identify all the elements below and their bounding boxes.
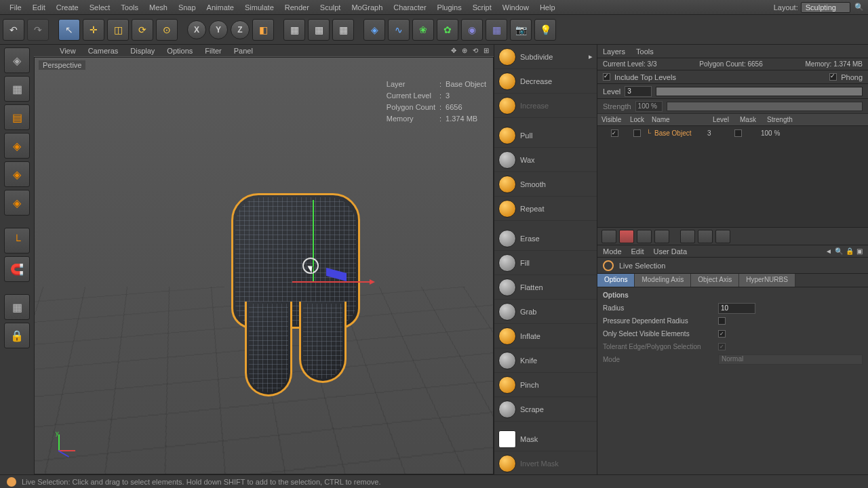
subtab-modeling-axis[interactable]: Modeling Axis — [635, 274, 691, 287]
sculpt-pull[interactable]: Pull — [494, 123, 597, 148]
rotate-tool[interactable]: ⟳ — [132, 19, 153, 41]
layer-action-6[interactable] — [698, 230, 713, 243]
menu-select[interactable]: Select — [84, 0, 116, 14]
model-mode[interactable]: ▦ — [4, 76, 30, 102]
attr-nav-up[interactable]: 🔍 — [835, 247, 843, 255]
undo-button[interactable]: ↶ — [3, 19, 24, 41]
menu-mograph[interactable]: MoGraph — [346, 0, 388, 14]
add-deformer[interactable]: ◉ — [461, 19, 483, 41]
menu-help[interactable]: Help — [534, 0, 561, 14]
y-axis-toggle[interactable]: Y — [209, 20, 228, 39]
z-axis-toggle[interactable]: Z — [231, 20, 250, 39]
scale-tool[interactable]: ◫ — [107, 19, 129, 41]
menu-edit[interactable]: Edit — [27, 0, 51, 14]
layers-list[interactable]: └ Base Object 3 100 % — [597, 126, 868, 228]
menu-file[interactable]: File — [4, 0, 27, 14]
redo-button[interactable]: ↷ — [27, 19, 49, 41]
vp-options[interactable]: Options — [161, 47, 198, 55]
sculpt-flatten[interactable]: Flatten — [494, 275, 597, 300]
sculpt-fill[interactable]: Fill — [494, 251, 597, 275]
subtab-object-axis[interactable]: Object Axis — [691, 274, 739, 287]
strength-slider[interactable] — [667, 102, 863, 111]
attr-nav-lock[interactable]: 🔒 — [846, 247, 854, 255]
vp-filter[interactable]: Filter — [199, 47, 226, 55]
sculpt-knife[interactable]: Knife — [494, 348, 597, 373]
sculpt-subdivide[interactable]: Subdivide▸ — [494, 45, 597, 69]
vp-view[interactable]: View — [54, 47, 81, 55]
menu-create[interactable]: Create — [51, 0, 84, 14]
add-nurbs[interactable]: ❀ — [412, 19, 434, 41]
render-view[interactable]: ▦ — [283, 19, 305, 41]
edge-mode[interactable]: ◈ — [4, 161, 30, 187]
menu-mesh[interactable]: Mesh — [144, 0, 173, 14]
vp-nav-4[interactable]: ⊞ — [481, 47, 491, 54]
strength-field[interactable] — [635, 101, 663, 112]
sculpt-object[interactable] — [224, 193, 374, 396]
sculpt-grab[interactable]: Grab — [494, 300, 597, 324]
x-axis-toggle[interactable]: X — [187, 20, 206, 39]
level-field[interactable] — [625, 86, 652, 97]
sculpt-mask[interactable]: Mask — [494, 427, 597, 451]
sculpt-scrape[interactable]: Scrape — [494, 397, 597, 422]
menu-snap[interactable]: Snap — [173, 0, 201, 14]
make-editable[interactable]: ◈ — [4, 47, 30, 73]
select-tool[interactable]: ↖ — [58, 19, 80, 41]
sculpt-pinch[interactable]: Pinch — [494, 373, 597, 397]
add-generator[interactable]: ✿ — [437, 19, 458, 41]
menu-sculpt[interactable]: Sculpt — [315, 0, 347, 14]
sculpt-erase[interactable]: Erase — [494, 226, 597, 251]
layer-name[interactable]: Base Object — [654, 129, 707, 137]
point-mode[interactable]: ◈ — [4, 133, 30, 159]
menu-character[interactable]: Character — [388, 0, 431, 14]
osve-checkbox[interactable]: ✓ — [718, 330, 726, 338]
tab-tools[interactable]: Tools — [636, 47, 654, 56]
layout-select[interactable]: Sculpting — [801, 2, 850, 13]
layer-action-7[interactable] — [715, 230, 730, 243]
tab-mode[interactable]: Mode — [603, 247, 622, 256]
texture-mode[interactable]: ▤ — [4, 104, 30, 130]
layer-action-5[interactable] — [680, 230, 695, 243]
attr-nav-back[interactable]: ◄ — [825, 247, 832, 255]
menu-window[interactable]: Window — [497, 0, 534, 14]
menu-tools[interactable]: Tools — [115, 0, 144, 14]
vp-cameras[interactable]: Cameras — [83, 47, 124, 55]
vp-nav-1[interactable]: ✥ — [449, 47, 458, 54]
add-spline[interactable]: ∿ — [388, 19, 410, 41]
attr-nav-new[interactable]: ▣ — [856, 247, 863, 255]
workplane[interactable]: ▦ — [4, 294, 30, 320]
tab-userdata[interactable]: User Data — [654, 247, 688, 256]
menu-plugins[interactable]: Plugins — [432, 0, 467, 14]
layer-action-1[interactable] — [601, 230, 616, 243]
axis-mode[interactable]: └ — [4, 228, 30, 253]
level-slider[interactable] — [656, 87, 863, 96]
sculpt-repeat[interactable]: Repeat — [494, 197, 597, 221]
polygon-mode[interactable]: ◈ — [4, 190, 30, 216]
phong-checkbox[interactable] — [829, 73, 837, 81]
layer-action-4[interactable] — [654, 230, 669, 243]
locked-workplane[interactable]: 🔒 — [4, 323, 30, 348]
vp-nav-2[interactable]: ⊕ — [460, 47, 469, 54]
layer-action-3[interactable] — [637, 230, 652, 243]
recent-tool[interactable]: ⊙ — [156, 19, 178, 41]
add-cube[interactable]: ◈ — [363, 19, 385, 41]
add-light[interactable]: 💡 — [534, 19, 556, 41]
subtab-options[interactable]: Options — [597, 274, 635, 287]
menu-render[interactable]: Render — [279, 0, 315, 14]
tab-edit[interactable]: Edit — [631, 247, 644, 256]
include-top-checkbox[interactable] — [603, 73, 610, 81]
render-region[interactable]: ▦ — [308, 19, 330, 41]
vp-panel[interactable]: Panel — [229, 47, 258, 55]
subtab-hypernurbs[interactable]: HyperNURBS — [739, 274, 795, 287]
tab-layers[interactable]: Layers — [603, 47, 625, 56]
vp-display[interactable]: Display — [125, 47, 160, 55]
add-camera[interactable]: 📷 — [510, 19, 532, 41]
vp-nav-3[interactable]: ⟲ — [471, 47, 480, 54]
search-icon[interactable]: 🔍 — [854, 3, 864, 12]
sculpt-decrease[interactable]: Decrease — [494, 69, 597, 94]
render-settings[interactable]: ▦ — [332, 19, 354, 41]
menu-animate[interactable]: Animate — [201, 0, 239, 14]
snap-toggle[interactable]: 🧲 — [4, 256, 30, 282]
teps-checkbox[interactable]: ✓ — [718, 343, 726, 350]
menu-simulate[interactable]: Simulate — [239, 0, 279, 14]
layer-mask-checkbox[interactable] — [734, 129, 742, 137]
